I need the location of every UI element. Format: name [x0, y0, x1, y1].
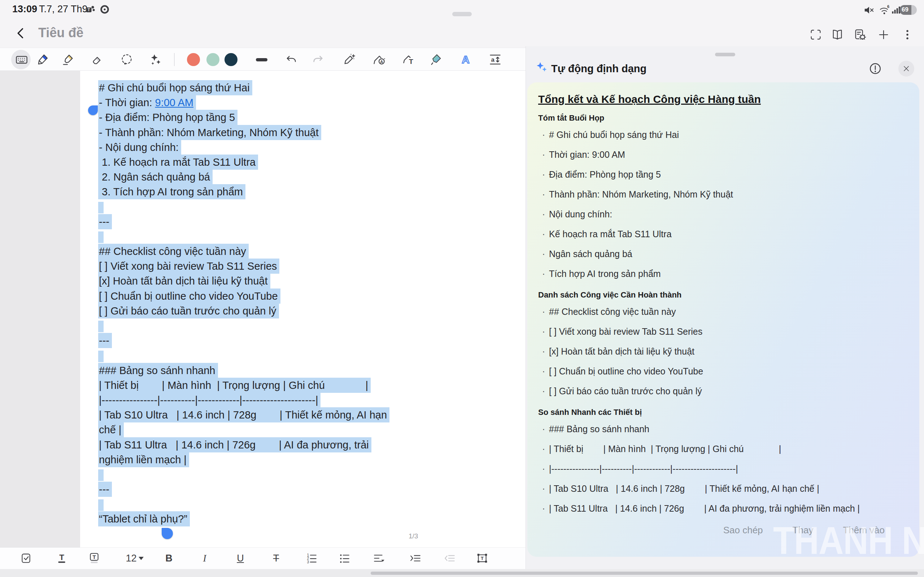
note-line[interactable]: [98, 200, 389, 214]
bullet-dot: ·: [538, 483, 549, 494]
ai-sparkle-icon: [535, 61, 548, 73]
note-line[interactable]: ---: [98, 333, 389, 348]
color-swatch-mint[interactable]: [206, 53, 219, 66]
panel-action-button[interactable]: Thêm vào: [840, 524, 887, 536]
selection-sliver: [98, 469, 104, 481]
undo-icon[interactable]: [284, 53, 298, 66]
selection-end-handle[interactable]: [162, 528, 173, 539]
note-line[interactable]: [ ] Viết xong bài review Tab S11 Series: [98, 259, 389, 274]
info-icon[interactable]: [868, 61, 882, 76]
page-indicator: 1/3: [408, 532, 418, 540]
color-swatch-coral[interactable]: [187, 53, 200, 66]
bullet-list-icon[interactable]: [338, 552, 351, 565]
bullet-dot: ·: [538, 503, 549, 514]
formatted-result-card[interactable]: Tổng kết và Kế hoạch Công việc Hàng tuần…: [527, 82, 919, 557]
svg-text:3: 3: [307, 560, 309, 564]
text-style-icon[interactable]: A: [459, 53, 472, 66]
note-line[interactable]: [98, 497, 389, 512]
selection-start-handle[interactable]: [88, 105, 98, 115]
underline-icon[interactable]: U: [234, 552, 247, 565]
card-bullet-item: ·| Tab S10 Ultra | 14.6 inch | 728g | Th…: [538, 479, 908, 499]
redo-icon[interactable]: [312, 53, 325, 66]
note-line[interactable]: ### Bảng so sánh nhanh: [98, 363, 389, 378]
card-section-heading: Tóm tắt Buổi Họp: [538, 113, 908, 123]
indent-increase-icon[interactable]: [409, 552, 422, 565]
panel-action-button[interactable]: Thay: [791, 524, 816, 536]
page-settings-icon[interactable]: [853, 28, 867, 41]
ai-assist-icon[interactable]: [148, 53, 162, 66]
page-title[interactable]: Tiêu đề: [38, 25, 84, 40]
note-line[interactable]: 3. Tích hợp AI trong sản phẩm: [98, 184, 389, 199]
panel-title: Tự động định dạng: [551, 63, 646, 75]
note-line[interactable]: | Thiết bị | Màn hình | Trọng lượng | Gh…: [98, 378, 389, 393]
note-line[interactable]: - Địa điểm: Phòng họp tầng 5: [98, 110, 389, 125]
lasso-select-tool[interactable]: [120, 53, 133, 66]
note-line[interactable]: | Tab S11 Ultra | 14.6 inch | 726g | AI …: [98, 438, 389, 453]
note-line[interactable]: ## Checklist công việc tuần này: [98, 244, 389, 259]
align-icon[interactable]: [373, 552, 386, 565]
convert-to-text-icon[interactable]: T: [402, 53, 415, 66]
note-line[interactable]: [ ] Gửi báo cáo tuần trước cho quản lý: [98, 304, 389, 319]
more-menu-icon[interactable]: [901, 28, 914, 41]
note-line[interactable]: [98, 348, 389, 363]
card-section-heading: So sánh Nhanh các Thiết bị: [538, 408, 908, 417]
auto-format-panel: Tự động định dạng Tổng kết và Kế hoạch C…: [525, 46, 924, 569]
note-line[interactable]: “Tablet chỉ là phụ?”: [98, 512, 389, 527]
note-line[interactable]: - Nội dung chính:: [98, 140, 389, 155]
checkbox-icon[interactable]: [19, 552, 32, 565]
font-size-selector[interactable]: 12: [122, 552, 148, 565]
smart-highlighter-icon[interactable]: [429, 53, 443, 66]
color-swatch-navy[interactable]: [225, 53, 238, 66]
bullet-dot: ·: [538, 149, 549, 160]
card-bullet-item: ·[ ] Viết xong bài review Tab S11 Series: [538, 322, 908, 342]
indent-decrease-icon[interactable]: [443, 552, 456, 565]
bold-icon[interactable]: B: [162, 552, 175, 565]
panel-drag-handle[interactable]: [715, 53, 735, 56]
note-line[interactable]: [98, 319, 389, 333]
stroke-thickness[interactable]: [256, 58, 267, 61]
note-line[interactable]: | Tab S10 Ultra | 14.6 inch | 728g | Thi…: [98, 408, 389, 422]
bullet-dot: ·: [538, 169, 549, 180]
line-spacing-icon[interactable]: a: [489, 53, 502, 66]
note-line[interactable]: |----------------|----------|-----------…: [98, 393, 389, 408]
numbered-list-icon[interactable]: 123: [305, 552, 318, 565]
pen-tool[interactable]: [36, 53, 50, 66]
text-box-icon[interactable]: T: [476, 552, 489, 565]
highlighter-tool[interactable]: [61, 53, 75, 66]
note-line[interactable]: - Thành phần: Nhóm Marketing, Nhóm Kỹ th…: [98, 125, 389, 140]
card-bullet-item: ·|----------------|----------|----------…: [538, 459, 908, 479]
note-line[interactable]: 2. Ngân sách quảng bá: [98, 170, 389, 184]
time-link[interactable]: 9:00 AM: [155, 97, 193, 108]
italic-icon[interactable]: I: [198, 552, 211, 565]
note-page[interactable]: # Ghi chú buổi họp sáng thứ Hai- Thời gi…: [80, 71, 525, 547]
note-line[interactable]: 1. Kế hoạch ra mắt Tab S11 Ultra: [98, 155, 389, 170]
battery-icon: 69: [900, 5, 917, 15]
fullscreen-icon[interactable]: [809, 28, 822, 41]
bullet-dot: ·: [538, 268, 549, 279]
text-color-icon[interactable]: T: [55, 552, 68, 565]
eraser-tool[interactable]: [91, 53, 104, 66]
panel-action-button[interactable]: Sao chép: [721, 524, 765, 536]
note-line[interactable]: nghiệm liền mạch |: [98, 453, 389, 467]
add-page-icon[interactable]: [877, 28, 890, 41]
svg-text:T: T: [481, 556, 484, 561]
note-line[interactable]: # Ghi chú buổi họp sáng thứ Hai: [98, 81, 389, 95]
note-line[interactable]: ---: [98, 214, 389, 229]
horizontal-scrollbar[interactable]: [371, 572, 918, 575]
keyboard-tool[interactable]: [15, 53, 29, 66]
back-icon[interactable]: [14, 27, 27, 40]
convert-auto-icon[interactable]: A: [372, 53, 386, 66]
close-icon[interactable]: [898, 61, 914, 77]
note-line[interactable]: [98, 467, 389, 482]
note-text-body[interactable]: # Ghi chú buổi họp sáng thứ Hai- Thời gi…: [98, 81, 389, 527]
note-line[interactable]: - Thời gian: 9:00 AM: [98, 95, 389, 110]
note-line[interactable]: chế |: [98, 422, 389, 437]
reading-mode-icon[interactable]: [831, 28, 844, 41]
strikethrough-icon[interactable]: T: [270, 552, 283, 565]
note-line[interactable]: [ ] Chuẩn bị outline cho video YouTube: [98, 289, 389, 304]
note-line[interactable]: [x] Hoàn tất bản dịch tài liệu kỹ thuật: [98, 274, 389, 288]
pen-beautify-icon[interactable]: [342, 53, 356, 66]
note-line[interactable]: [98, 229, 389, 244]
text-background-icon[interactable]: T: [88, 552, 101, 565]
note-line[interactable]: ---: [98, 482, 389, 497]
